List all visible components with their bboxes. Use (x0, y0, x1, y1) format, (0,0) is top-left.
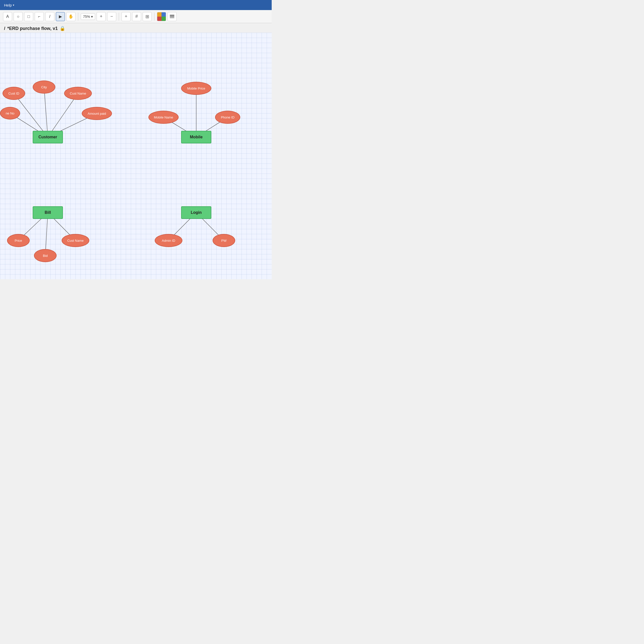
svg-rect-2 (170, 15, 174, 16)
svg-rect-0 (170, 17, 174, 18)
help-menu[interactable]: Help (4, 3, 12, 7)
menu-bar: Help ▾ (0, 0, 272, 10)
hand-tool-button[interactable]: ✋ (66, 12, 75, 21)
help-menu-arrow[interactable]: ▾ (13, 4, 14, 7)
svg-rect-1 (170, 16, 174, 17)
attribute-price[interactable]: Price (7, 234, 30, 247)
entity-mobile[interactable]: Mobile (181, 131, 211, 143)
attribute-pw[interactable]: PW (213, 234, 235, 247)
toolbar-separator-2 (119, 13, 119, 21)
zoom-dropdown-arrow[interactable]: ▾ (91, 15, 93, 19)
entity-customer[interactable]: Customer (33, 131, 63, 143)
attribute-admin-id[interactable]: Admin ID (155, 234, 182, 247)
title-bar: / *ERD purchase flow, v1 🔒 (0, 23, 272, 33)
snap-button[interactable]: ⊞ (143, 12, 152, 21)
entity-bill[interactable]: Bill (33, 206, 63, 219)
toolbar-separator-1 (78, 13, 78, 21)
svg-line-6 (48, 93, 78, 137)
toolbar: A ○ □ ⌐ / ▶ ✋ 75% ▾ + − + # ⊞ (0, 10, 272, 23)
grid-button[interactable]: # (132, 12, 141, 21)
canvas[interactable]: CustomerMobileBillLoginCust IDne NoCityC… (0, 33, 272, 279)
breadcrumb: / (4, 26, 5, 31)
attribute-phone-no[interactable]: ne No (0, 107, 20, 119)
attribute-bid[interactable]: Bid (34, 249, 57, 262)
attribute-cust-name[interactable]: Cust Name (64, 87, 92, 100)
ellipse-tool-button[interactable]: ○ (14, 12, 23, 21)
add-button[interactable]: + (122, 12, 131, 21)
zoom-control[interactable]: 75% ▾ (81, 13, 95, 20)
attribute-mobile-name[interactable]: Mobile Name (148, 111, 179, 124)
attribute-cust-id[interactable]: Cust ID (3, 87, 25, 100)
entity-login[interactable]: Login (181, 206, 211, 219)
lock-icon[interactable]: 🔒 (60, 26, 65, 31)
line-tool-button[interactable]: / (45, 12, 54, 21)
text-tool-button[interactable]: A (3, 12, 12, 21)
attribute-phone-id[interactable]: Phone ID (215, 111, 240, 124)
attribute-mobile-price[interactable]: Mobile Price (181, 82, 211, 95)
diagram-title: *ERD purchase flow, v1 (7, 26, 58, 31)
attribute-city[interactable]: City (33, 81, 55, 94)
zoom-value: 75% (83, 15, 90, 19)
layers-button[interactable] (168, 12, 177, 21)
svg-line-5 (44, 87, 48, 137)
rect-tool-button[interactable]: □ (24, 12, 33, 21)
zoom-out-button[interactable]: − (107, 12, 116, 21)
zoom-in-button[interactable]: + (97, 12, 106, 21)
attribute-bill-cust-name[interactable]: Cust Name (62, 234, 89, 247)
attribute-amount-paid[interactable]: Amount paid (82, 107, 112, 120)
color-picker-button[interactable] (157, 12, 166, 21)
select-tool-button[interactable]: ▶ (56, 12, 65, 21)
connector-tool-button[interactable]: ⌐ (35, 12, 44, 21)
